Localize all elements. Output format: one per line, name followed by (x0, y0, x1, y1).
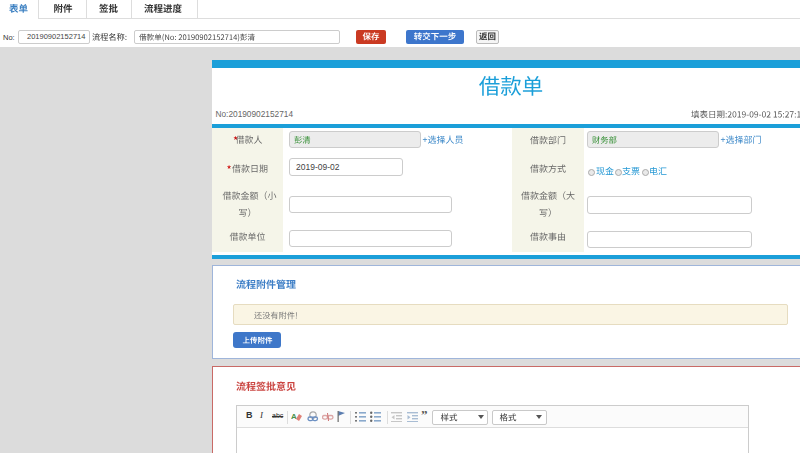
svg-text:A: A (291, 412, 297, 421)
